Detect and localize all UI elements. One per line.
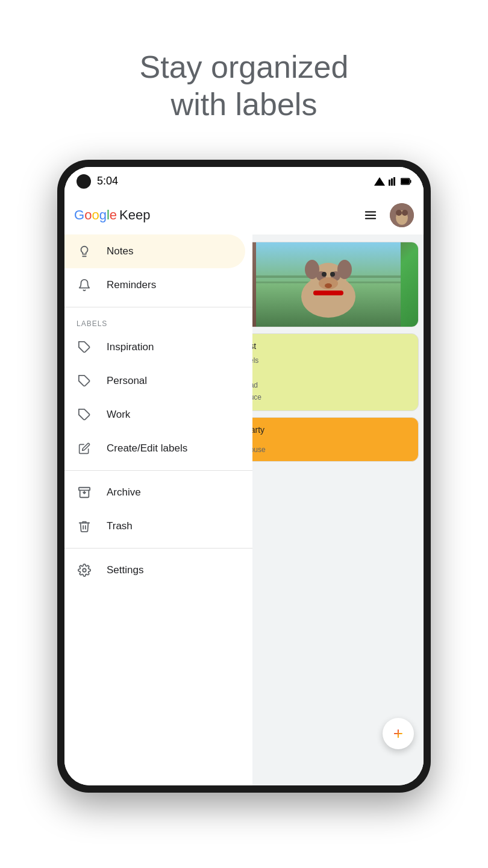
svg-rect-5 (410, 180, 411, 183)
headline: Stay organized with labels (63, 48, 425, 124)
nav-notes-label: Notes (107, 245, 133, 257)
app-logo: Google Keep (74, 207, 150, 223)
dog-photo (239, 242, 418, 327)
svg-point-26 (325, 283, 332, 288)
status-left: 5:04 (77, 174, 118, 189)
nav-notes[interactable]: Notes (64, 234, 245, 268)
svg-point-24 (322, 272, 327, 277)
label-personal-icon (77, 373, 92, 389)
svg-point-29 (337, 260, 352, 279)
app-header: Google Keep (64, 196, 252, 234)
phone-frame: 5:04 (57, 160, 431, 793)
label-work-icon (77, 407, 92, 423)
svg-rect-6 (401, 179, 409, 184)
headline-line2: with labels (171, 87, 318, 122)
label-inspiration-icon (77, 339, 92, 355)
bell-icon (77, 277, 92, 293)
status-time: 5:04 (97, 175, 118, 187)
nav-reminders[interactable]: Reminders (64, 268, 245, 302)
nav-settings[interactable]: Settings (64, 553, 245, 587)
phone-mockup: 5:04 (57, 160, 431, 793)
network-icon (389, 177, 397, 186)
fab-add-button[interactable]: + (383, 718, 414, 749)
nav-inspiration-label: Inspiration (107, 341, 154, 353)
svg-point-25 (330, 272, 335, 277)
nav-inspiration[interactable]: Inspiration (64, 330, 245, 364)
headline-line1: Stay organized (140, 49, 349, 84)
svg-point-15 (402, 210, 408, 216)
trash-icon (77, 518, 92, 534)
svg-rect-27 (313, 291, 343, 295)
navigation-drawer: Google Keep Notes (64, 167, 252, 785)
party-text3: uouse (246, 445, 411, 454)
nav-work-label: Work (107, 409, 130, 421)
nav-personal-label: Personal (107, 375, 147, 387)
svg-point-8 (83, 568, 86, 572)
grocery-content: vels s ead auce (246, 354, 411, 404)
notes-container: list vels s ead auce party y! uouse (233, 237, 424, 467)
svg-rect-3 (393, 177, 395, 186)
settings-icon (77, 562, 92, 578)
party-text2: y! (246, 437, 411, 445)
nav-archive[interactable]: Archive (64, 476, 245, 509)
front-camera (77, 174, 91, 189)
svg-marker-0 (374, 177, 385, 186)
note-card-grocery[interactable]: list vels s ead auce (238, 333, 419, 412)
svg-point-28 (305, 260, 319, 279)
svg-rect-1 (389, 180, 390, 186)
nav-work[interactable]: Work (64, 398, 245, 432)
nav-create-edit-label: Create/Edit labels (107, 442, 187, 454)
archive-icon (77, 485, 92, 500)
party-text1: party (246, 425, 411, 435)
divider-3 (64, 548, 252, 549)
nav-trash-label: Trash (107, 520, 133, 532)
main-content: list vels s ead auce party y! uouse (233, 167, 424, 785)
grocery-title: list (246, 341, 411, 351)
svg-rect-7 (79, 488, 90, 491)
nav-archive-label: Archive (107, 486, 141, 498)
divider-1 (64, 307, 252, 307)
hamburger-menu-button[interactable] (358, 203, 383, 227)
fab-plus-icon: + (393, 724, 403, 743)
nav-reminders-label: Reminders (107, 279, 156, 291)
battery-icon (401, 178, 411, 185)
divider-2 (64, 470, 252, 471)
signal-icon (374, 177, 385, 186)
edit-icon (77, 441, 92, 456)
nav-personal[interactable]: Personal (64, 364, 245, 398)
nav-settings-label: Settings (107, 564, 143, 576)
hamburger-icon (364, 209, 377, 222)
note-card-dog[interactable] (238, 242, 419, 327)
labels-section-header: LABELS (64, 312, 252, 330)
svg-point-14 (396, 210, 402, 216)
user-avatar[interactable] (390, 203, 414, 227)
svg-rect-2 (391, 178, 393, 186)
nav-trash[interactable]: Trash (64, 509, 245, 543)
status-icons (374, 177, 411, 186)
lightbulb-icon (77, 244, 92, 259)
status-bar: 5:04 (64, 167, 424, 196)
note-card-party[interactable]: party y! uouse (238, 417, 419, 462)
phone-screen: 5:04 (64, 167, 424, 785)
nav-create-edit-labels[interactable]: Create/Edit labels (64, 432, 245, 465)
